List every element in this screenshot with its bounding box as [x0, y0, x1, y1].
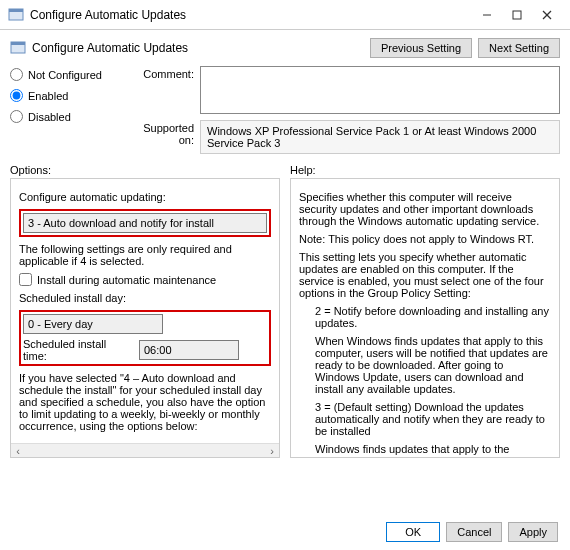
scroll-left-icon[interactable]: ‹ [11, 444, 25, 457]
supported-label: Supported on: [125, 120, 200, 154]
configure-updating-label: Configure automatic updating: [19, 191, 271, 203]
options-note: The following settings are only required… [19, 243, 271, 267]
configure-updating-select[interactable]: 3 - Auto download and notify for install [23, 213, 267, 233]
radio-not-configured[interactable]: Not Configured [10, 68, 125, 81]
minimize-button[interactable] [472, 4, 502, 26]
svg-rect-7 [11, 42, 25, 45]
titlebar: Configure Automatic Updates [0, 0, 570, 30]
svg-rect-1 [9, 9, 23, 12]
scroll-right-icon[interactable]: › [265, 444, 279, 457]
maximize-button[interactable] [502, 4, 532, 26]
options-pane: Configure automatic updating: 3 - Auto d… [10, 178, 280, 458]
next-setting-button[interactable]: Next Setting [478, 38, 560, 58]
install-time-select[interactable]: 06:00 [139, 340, 239, 360]
highlight-box: 0 - Every day Scheduled install time: 06… [19, 310, 271, 366]
help-text: Specifies whether this computer will rec… [299, 191, 551, 227]
help-pane: Specifies whether this computer will rec… [290, 178, 560, 458]
options-tail: If you have selected "4 – Auto download … [19, 372, 271, 432]
help-heading: Help: [290, 158, 560, 178]
highlight-box: 3 - Auto download and notify for install [19, 209, 271, 237]
maintenance-checkbox[interactable]: Install during automatic maintenance [19, 273, 271, 286]
footer: OK Cancel Apply [386, 522, 558, 542]
comment-input[interactable] [200, 66, 560, 114]
policy-icon [8, 7, 24, 23]
cancel-button[interactable]: Cancel [446, 522, 502, 542]
radio-disabled[interactable]: Disabled [10, 110, 125, 123]
install-time-label: Scheduled install time: [23, 338, 133, 362]
help-text: This setting lets you specify whether au… [299, 251, 551, 299]
svg-rect-3 [513, 11, 521, 19]
comment-label: Comment: [125, 66, 200, 114]
help-text: When Windows finds updates that apply to… [299, 335, 551, 395]
apply-button[interactable]: Apply [508, 522, 558, 542]
horizontal-scrollbar[interactable]: ‹ › [11, 443, 279, 457]
window-title: Configure Automatic Updates [30, 8, 472, 22]
help-text: 3 = (Default setting) Download the updat… [299, 401, 551, 437]
help-text: Note: This policy does not apply to Wind… [299, 233, 551, 245]
header: Configure Automatic Updates Previous Set… [0, 30, 570, 62]
options-heading: Options: [10, 158, 280, 178]
radio-enabled[interactable]: Enabled [10, 89, 125, 102]
ok-button[interactable]: OK [386, 522, 440, 542]
previous-setting-button[interactable]: Previous Setting [370, 38, 472, 58]
install-day-select[interactable]: 0 - Every day [23, 314, 163, 334]
policy-icon [10, 40, 26, 56]
help-text: 2 = Notify before downloading and instal… [299, 305, 551, 329]
supported-text: Windows XP Professional Service Pack 1 o… [200, 120, 560, 154]
install-day-label: Scheduled install day: [19, 292, 271, 304]
close-button[interactable] [532, 4, 562, 26]
help-text: Windows finds updates that apply to the … [299, 443, 551, 458]
header-title: Configure Automatic Updates [32, 41, 370, 55]
